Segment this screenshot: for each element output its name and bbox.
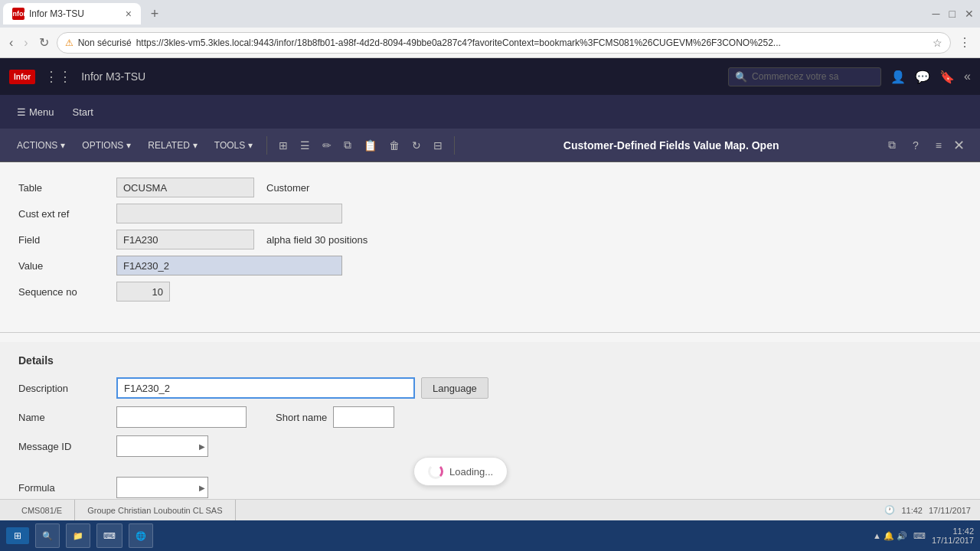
status-time: 11:42 <box>901 506 923 515</box>
sequence-input[interactable] <box>116 282 170 302</box>
help-icon[interactable]: ? <box>907 135 924 155</box>
taskbar-app-1[interactable]: 🔍 <box>35 523 60 548</box>
short-name-label: Short name <box>276 412 327 423</box>
field-label: Field <box>18 234 110 246</box>
description-label: Description <box>18 383 110 394</box>
global-search[interactable]: 🔍 <box>728 67 881 86</box>
more-options-icon[interactable]: ≡ <box>930 135 947 155</box>
value-label: Value <box>18 260 110 272</box>
actions-menu-button[interactable]: ACTIONS ▾ <box>9 136 73 155</box>
infor-logo: Infor <box>9 70 35 84</box>
refresh-icon-button[interactable]: ↻ <box>407 135 426 155</box>
field-description: alpha field 30 positions <box>266 234 368 246</box>
app-title: Infor M3-TSU <box>81 70 719 83</box>
tab-bar: Infor Infor M3-TSU × + ─ □ ✕ <box>0 0 980 28</box>
minimize-button[interactable]: ─ <box>929 5 943 23</box>
name-input[interactable] <box>116 406 247 428</box>
bookmark-icon[interactable]: ☆ <box>933 37 942 49</box>
loading-overlay: Loading... <box>413 457 508 486</box>
reload-button[interactable]: ↻ <box>36 32 52 53</box>
address-bar[interactable]: ⚠ Non sécurisé https://3kles-vm5.3kles.l… <box>57 32 951 54</box>
table-input[interactable] <box>116 178 254 197</box>
options-label: OPTIONS <box>82 140 123 151</box>
delete-icon-button[interactable]: 🗑 <box>384 135 405 155</box>
clear-icon-button[interactable]: ⊟ <box>428 135 448 155</box>
add-icon-button[interactable]: ⊞ <box>273 135 293 155</box>
new-tab-button[interactable]: + <box>144 3 165 24</box>
nav-bar: ‹ › ↻ ⚠ Non sécurisé https://3kles-vm5.3… <box>0 28 980 58</box>
security-label: Non sécurisé <box>78 37 132 48</box>
table-label: Table <box>18 182 110 194</box>
actions-label: ACTIONS <box>17 140 57 151</box>
active-tab[interactable]: Infor Infor M3-TSU × <box>3 3 141 24</box>
taskbar-app-icon-1: 🔍 <box>42 531 53 541</box>
cust-ext-ref-label: Cust ext ref <box>18 208 110 220</box>
taskbar-app-3[interactable]: ⌨ <box>96 523 122 548</box>
taskbar-app-icon-4: 🌐 <box>136 531 146 541</box>
tab-title: Infor M3-TSU <box>29 8 121 19</box>
toolbar-separator-1 <box>266 136 267 155</box>
formula-label: Formula <box>18 482 110 494</box>
grid-icon[interactable]: ⋮⋮ <box>44 68 72 85</box>
section-divider <box>0 332 980 333</box>
menu-bar: ☰ Menu Start <box>0 95 980 129</box>
loading-text: Loading... <box>449 466 493 478</box>
external-link-icon[interactable]: ⧉ <box>883 135 901 155</box>
description-row: Description Language <box>18 377 962 399</box>
sequence-label: Sequence no <box>18 286 110 298</box>
list-icon-button[interactable]: ☰ <box>295 135 315 155</box>
taskbar-date: 17/11/2017 <box>932 536 974 545</box>
name-row: Name Short name <box>18 406 962 428</box>
message-id-label: Message ID <box>18 441 110 452</box>
message-id-input[interactable] <box>116 435 208 457</box>
tools-label: TOOLS <box>214 140 245 151</box>
tab-close-button[interactable]: × <box>126 8 132 20</box>
field-input[interactable] <box>116 230 254 249</box>
short-name-input[interactable] <box>333 406 394 428</box>
user-icon[interactable]: 👤 <box>890 70 906 84</box>
related-menu-button[interactable]: RELATED ▾ <box>140 136 204 155</box>
taskbar-app-icon-3: ⌨ <box>103 531 116 541</box>
tools-chevron: ▾ <box>248 140 253 151</box>
forward-button[interactable]: › <box>21 33 31 53</box>
collapse-icon[interactable]: « <box>964 70 971 84</box>
nav-icons: ⋮ <box>956 32 974 53</box>
search-input[interactable] <box>752 71 874 82</box>
back-button[interactable]: ‹ <box>6 33 16 53</box>
paste-icon-button[interactable]: 📋 <box>358 135 382 155</box>
extensions-button[interactable]: ⋮ <box>956 32 974 53</box>
window-close-button[interactable]: ✕ <box>947 134 971 157</box>
copy-icon-button[interactable]: ⧉ <box>338 135 357 155</box>
bookmark-icon[interactable]: 🔖 <box>939 70 955 84</box>
value-input[interactable] <box>116 256 342 276</box>
tab-favicon: Infor <box>12 8 24 20</box>
cust-ext-ref-input[interactable] <box>116 204 342 223</box>
security-icon: ⚠ <box>65 37 74 48</box>
taskbar-app-4[interactable]: 🌐 <box>129 523 153 548</box>
message-id-dropdown-wrapper: ▶ <box>116 435 208 457</box>
formula-input[interactable] <box>116 477 208 498</box>
related-label: RELATED <box>148 140 189 151</box>
taskbar-right: ▲ 🔔 🔊 ⌨ 11:42 17/11/2017 <box>873 527 974 545</box>
taskbar-app-2[interactable]: 📁 <box>66 523 90 548</box>
message-icon[interactable]: 💬 <box>915 70 930 84</box>
close-window-button[interactable]: ✕ <box>962 5 977 23</box>
loading-spinner <box>428 464 443 479</box>
cust-ext-ref-row: Cust ext ref <box>18 204 962 223</box>
tools-menu-button[interactable]: TOOLS ▾ <box>207 136 260 155</box>
taskbar-icons: ▲ 🔔 🔊 <box>873 531 907 541</box>
start-button[interactable]: Start <box>65 102 101 122</box>
related-chevron: ▾ <box>193 140 198 151</box>
table-row: Table Customer <box>18 178 962 197</box>
hamburger-menu-button[interactable]: ☰ Menu <box>9 102 62 122</box>
status-bar: CMS081/E Groupe Christian Louboutin CL S… <box>0 499 980 520</box>
description-input[interactable] <box>116 377 415 399</box>
table-description: Customer <box>266 182 309 194</box>
search-icon: 🔍 <box>735 71 747 83</box>
options-chevron: ▾ <box>126 140 131 151</box>
start-button[interactable]: ⊞ <box>6 527 29 544</box>
language-button[interactable]: Language <box>421 377 488 399</box>
options-menu-button[interactable]: OPTIONS ▾ <box>74 136 139 155</box>
edit-icon-button[interactable]: ✏ <box>317 135 337 155</box>
maximize-button[interactable]: □ <box>946 5 959 23</box>
